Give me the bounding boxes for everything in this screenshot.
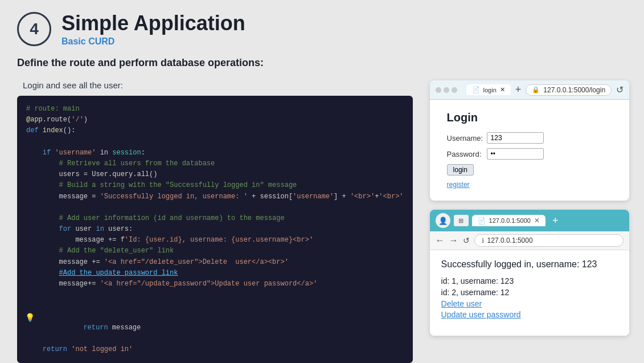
tab-label-2: 127.0.0.1:5000 xyxy=(489,217,531,224)
browser-login: 📄 login ✕ + 🔒 127.0.0.1:5000/login ↺ Log… xyxy=(430,80,630,201)
success-message: Successfully logged in, username: 123 xyxy=(441,259,618,270)
register-link[interactable]: register xyxy=(447,181,470,189)
url-text-2: 127.0.0.1:5000 xyxy=(487,236,533,244)
browser-loggedin: 👤 ⊞ 📄 127.0.0.1:5000 ✕ + ← → ↺ ℹ 127.0.0… xyxy=(430,210,630,336)
browser-content-2: Successfully logged in, username: 123 id… xyxy=(430,250,630,336)
delete-user-link[interactable]: Delete user xyxy=(441,299,618,308)
browser-grid-icon: ⊞ xyxy=(454,215,469,226)
new-tab-btn-2[interactable]: + xyxy=(549,215,562,227)
browser-user-icon: 👤 xyxy=(436,213,450,228)
browser-url-2[interactable]: ℹ 127.0.0.1:5000 xyxy=(474,234,624,247)
lock-icon: 🔒 xyxy=(532,86,540,93)
new-tab-btn-1[interactable]: + xyxy=(515,84,522,96)
page-description: Define the route and perform database op… xyxy=(17,57,627,69)
username-label: Username: xyxy=(447,134,487,142)
user-item-1: id: 1, username: 123 xyxy=(441,276,618,285)
forward-arrow[interactable]: → xyxy=(449,235,458,246)
info-icon: ℹ xyxy=(482,237,484,244)
browser-btn-2 xyxy=(444,87,449,93)
login-section-label: Login and see all the user: xyxy=(23,80,413,90)
browser-toolbar-1: 📄 login ✕ + 🔒 127.0.0.1:5000/login ↺ xyxy=(430,80,630,100)
login-title: Login xyxy=(447,111,613,124)
password-label: Password: xyxy=(447,150,487,158)
login-button[interactable]: login xyxy=(447,164,474,176)
tab-page-icon: 📄 xyxy=(478,217,486,225)
tab-label-1: login xyxy=(483,87,497,93)
browser-content-1: Login Username: Password: login register xyxy=(430,100,630,201)
right-panel: 📄 login ✕ + 🔒 127.0.0.1:5000/login ↺ Log… xyxy=(430,80,630,336)
username-row: Username: xyxy=(447,132,613,144)
username-input[interactable] xyxy=(487,132,544,144)
url-text-1: 127.0.0.1:5000/login xyxy=(543,86,605,94)
browser-refresh-1[interactable]: ↺ xyxy=(616,84,624,95)
password-row: Password: xyxy=(447,148,613,160)
page-title: Simple Application xyxy=(61,11,245,35)
left-panel: Login and see all the user: # route: mai… xyxy=(17,80,413,363)
tab-close-1[interactable]: ✕ xyxy=(500,86,505,93)
browser-tab-2[interactable]: 📄 127.0.0.1:5000 ✕ xyxy=(472,215,545,226)
back-arrow[interactable]: ← xyxy=(436,235,445,246)
update-password-link[interactable]: Update user password xyxy=(441,310,618,319)
browser-btn-3 xyxy=(452,87,457,93)
tab-favicon: 📄 xyxy=(472,86,480,93)
content-area: Login and see all the user: # route: mai… xyxy=(17,80,627,363)
browser-toolbar-2: 👤 ⊞ 📄 127.0.0.1:5000 ✕ + xyxy=(430,210,630,231)
tab-close-2[interactable]: ✕ xyxy=(534,217,540,225)
browser-tab-1[interactable]: 📄 login ✕ xyxy=(466,84,511,95)
browser-btn-1 xyxy=(436,87,441,93)
refresh-icon[interactable]: ↺ xyxy=(463,236,470,245)
code-block: # route: main @app.route('/') def index(… xyxy=(17,96,413,363)
page-header: 4 Simple Application Basic CURD xyxy=(17,11,627,47)
page-subtitle: Basic CURD xyxy=(61,36,245,47)
header-text: Simple Application Basic CURD xyxy=(61,11,245,47)
password-input[interactable] xyxy=(487,148,544,160)
login-form: Login Username: Password: login register xyxy=(447,111,613,189)
browser-url-1[interactable]: 🔒 127.0.0.1:5000/login xyxy=(526,84,612,96)
step-number: 4 xyxy=(17,12,51,46)
user-item-2: id: 2, username: 12 xyxy=(441,288,618,297)
browser-nav-2: ← → ↺ ℹ 127.0.0.1:5000 xyxy=(430,231,630,250)
